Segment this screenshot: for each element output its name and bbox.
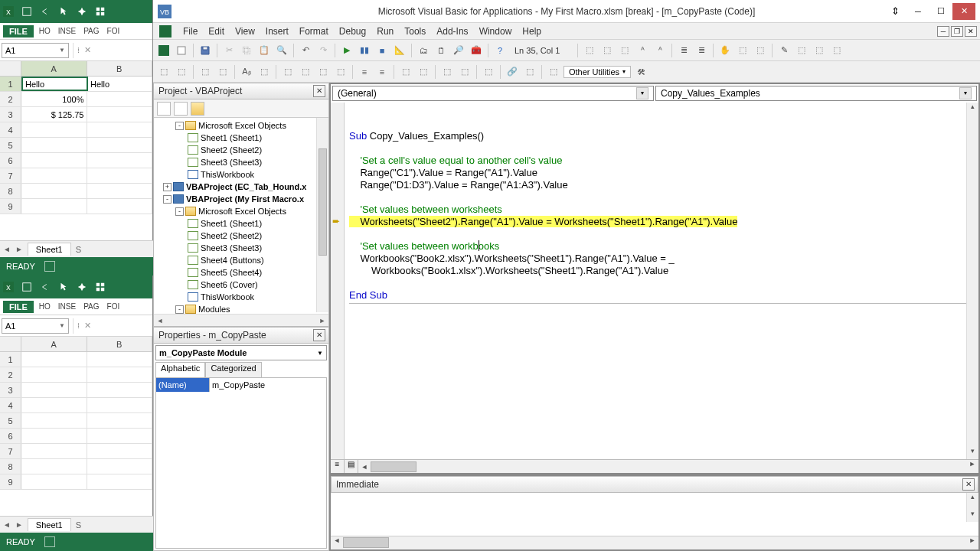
cell[interactable] xyxy=(21,138,87,152)
cell[interactable] xyxy=(21,168,87,183)
project-explorer-icon[interactable]: 🗂 xyxy=(416,43,431,58)
cell[interactable]: $ 125.75 xyxy=(21,107,87,122)
spark-icon[interactable] xyxy=(77,282,87,292)
cell[interactable] xyxy=(21,352,87,367)
mdi-minimize-icon[interactable]: ─ xyxy=(937,26,949,37)
restore-down-icon[interactable]: ⇕ xyxy=(884,3,906,20)
save-icon[interactable] xyxy=(198,43,213,58)
row-header[interactable]: 6 xyxy=(0,429,21,443)
tb-icon[interactable]: ⬚ xyxy=(439,64,455,80)
cell[interactable] xyxy=(21,459,87,474)
toolbox-icon[interactable]: 🧰 xyxy=(469,43,484,58)
tb-icon[interactable]: ⬚ xyxy=(599,43,615,58)
sheet-nav-next-icon[interactable]: ► xyxy=(15,245,23,253)
code-line[interactable]: 'Set values between worksheets xyxy=(349,204,974,216)
cell[interactable] xyxy=(87,107,153,122)
ribbon-tab[interactable]: FOI xyxy=(105,301,122,312)
menu-format[interactable]: Format xyxy=(294,24,334,38)
cell[interactable] xyxy=(21,398,87,412)
immediate-pane-title[interactable]: Immediate ✕ xyxy=(331,476,978,493)
row-header[interactable]: 9 xyxy=(0,199,21,214)
row-header[interactable]: 5 xyxy=(0,413,21,428)
tb-icon[interactable]: ᴬ xyxy=(635,43,650,58)
tb-icon[interactable]: ⬚ xyxy=(582,43,597,58)
cell[interactable] xyxy=(87,474,153,489)
sheet-tab[interactable]: Sheet1 xyxy=(28,243,71,256)
cell[interactable] xyxy=(21,199,87,214)
tb-icon[interactable]: ≣ xyxy=(676,43,691,58)
tree-item[interactable]: Sheet1 (Sheet1) xyxy=(155,132,327,144)
maximize-icon[interactable]: ☐ xyxy=(929,3,952,20)
cell[interactable] xyxy=(21,474,87,489)
tab-categorized[interactable]: Categorized xyxy=(205,362,261,377)
code-line[interactable]: End Sub xyxy=(349,289,974,302)
name-box[interactable]: A1▼ xyxy=(2,43,69,58)
code-line[interactable]: Range("C1").Value = Range("A1").Value xyxy=(349,167,974,179)
cell[interactable] xyxy=(87,92,153,106)
view-object-icon[interactable] xyxy=(174,102,188,116)
mdi-close-icon[interactable]: ✕ xyxy=(965,26,977,37)
tb-icon[interactable]: ⬚ xyxy=(174,64,189,80)
row-header[interactable]: 1 xyxy=(0,77,21,91)
macro-record-icon[interactable] xyxy=(44,261,55,272)
menu-insert[interactable]: Insert xyxy=(260,24,294,38)
tb-icon[interactable]: ⬚ xyxy=(617,43,632,58)
mdi-restore-icon[interactable]: ❐ xyxy=(951,26,963,37)
cell[interactable] xyxy=(21,367,87,382)
cell[interactable] xyxy=(87,352,153,367)
tree-item[interactable]: ThisWorkbook xyxy=(155,291,327,303)
row-header[interactable]: 3 xyxy=(0,383,21,397)
row-header[interactable]: 6 xyxy=(0,153,21,168)
row-header[interactable]: 5 xyxy=(0,138,21,152)
tb-icon[interactable]: ✎ xyxy=(776,43,792,58)
menu-window[interactable]: Window xyxy=(474,24,518,38)
tb-icon[interactable]: ᴬ xyxy=(652,43,668,58)
tree-item[interactable]: Sheet3 (Sheet3) xyxy=(155,242,327,254)
code-line[interactable] xyxy=(349,277,974,289)
tb-icon[interactable]: Aᵦ xyxy=(239,64,254,80)
cell[interactable] xyxy=(21,153,87,168)
paste-icon[interactable]: 📋 xyxy=(256,43,272,58)
tree-item[interactable]: +VBAProject (EC_Tab_Hound.x xyxy=(155,181,327,193)
code-line[interactable] xyxy=(349,142,974,155)
scrollbar-horizontal[interactable]: ◄ xyxy=(358,460,416,473)
tree-toggle-icon[interactable]: + xyxy=(163,183,172,191)
minimize-icon[interactable]: ─ xyxy=(906,3,929,20)
tb-icon[interactable]: ⬚ xyxy=(735,43,750,58)
file-tab[interactable]: FILE xyxy=(3,301,34,313)
pointer-icon[interactable] xyxy=(58,282,69,292)
cell[interactable] xyxy=(87,138,153,152)
scrollbar-vertical[interactable]: ▴ ▾ xyxy=(966,103,978,459)
tree-item[interactable]: ThisWorkbook xyxy=(155,168,327,181)
ribbon-tab[interactable]: INSE xyxy=(56,25,78,37)
properties-icon[interactable]: 🗒 xyxy=(433,43,449,58)
tb-icon[interactable]: ⬚ xyxy=(315,64,331,80)
object-combo[interactable]: (General)▾ xyxy=(332,86,654,101)
property-value[interactable]: m_CopyPaste xyxy=(210,378,326,392)
tree-item[interactable]: Sheet3 (Sheet3) xyxy=(155,156,327,168)
code-line[interactable] xyxy=(349,118,974,130)
tree-toggle-icon[interactable]: - xyxy=(175,305,184,314)
cell[interactable] xyxy=(87,383,153,397)
tb-icon[interactable]: ⬚ xyxy=(546,64,561,80)
code-margin[interactable]: ➨ xyxy=(331,103,345,459)
close-icon[interactable]: ✕ xyxy=(313,85,325,97)
cell[interactable] xyxy=(87,444,153,458)
tree-item[interactable]: Sheet2 (Sheet2) xyxy=(155,230,327,242)
sheet-tab[interactable]: Sheet1 xyxy=(28,518,71,531)
break-icon[interactable]: ▮▮ xyxy=(357,43,372,58)
cell[interactable] xyxy=(21,413,87,428)
scrollbar-horizontal[interactable]: ◄► xyxy=(154,314,328,326)
project-tree[interactable]: -Microsoft Excel ObjectsSheet1 (Sheet1)S… xyxy=(154,118,328,314)
tb-icon[interactable]: ⬚ xyxy=(829,43,844,58)
tb-icon[interactable]: ⬚ xyxy=(156,64,172,80)
row-header[interactable]: 7 xyxy=(0,168,21,183)
row-header[interactable]: 4 xyxy=(0,398,21,412)
view-code-icon[interactable] xyxy=(157,102,171,116)
ribbon-tab[interactable]: HO xyxy=(37,301,53,312)
menu-tools[interactable]: Tools xyxy=(399,24,431,38)
spark-icon[interactable] xyxy=(77,6,87,17)
sheet-nav-prev-icon[interactable]: ◄ xyxy=(3,245,11,253)
code-line[interactable]: Worksheets("Sheet2").Range("A1").Value =… xyxy=(349,216,974,228)
project-pane-title[interactable]: Project - VBAProject ✕ xyxy=(153,83,329,99)
